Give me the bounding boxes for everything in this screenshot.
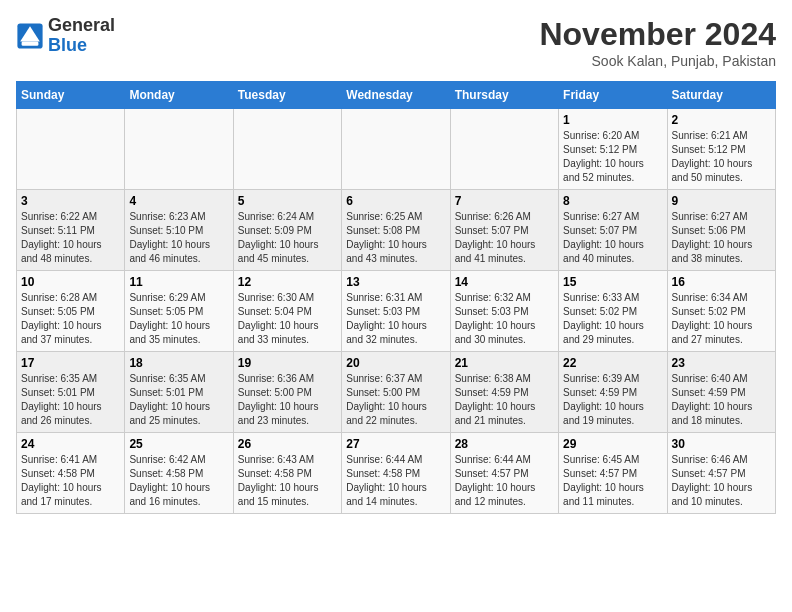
calendar-cell: 13Sunrise: 6:31 AMSunset: 5:03 PMDayligh…	[342, 271, 450, 352]
calendar-cell: 14Sunrise: 6:32 AMSunset: 5:03 PMDayligh…	[450, 271, 558, 352]
day-number: 2	[672, 113, 771, 127]
calendar-cell: 17Sunrise: 6:35 AMSunset: 5:01 PMDayligh…	[17, 352, 125, 433]
day-info: Sunrise: 6:34 AMSunset: 5:02 PMDaylight:…	[672, 291, 771, 347]
calendar-cell: 6Sunrise: 6:25 AMSunset: 5:08 PMDaylight…	[342, 190, 450, 271]
logo-icon	[16, 22, 44, 50]
col-saturday: Saturday	[667, 82, 775, 109]
logo-text: General Blue	[48, 16, 115, 56]
day-number: 22	[563, 356, 662, 370]
day-number: 18	[129, 356, 228, 370]
day-number: 11	[129, 275, 228, 289]
logo-general: General	[48, 15, 115, 35]
calendar-cell: 23Sunrise: 6:40 AMSunset: 4:59 PMDayligh…	[667, 352, 775, 433]
day-number: 14	[455, 275, 554, 289]
calendar-cell: 16Sunrise: 6:34 AMSunset: 5:02 PMDayligh…	[667, 271, 775, 352]
day-info: Sunrise: 6:33 AMSunset: 5:02 PMDaylight:…	[563, 291, 662, 347]
col-wednesday: Wednesday	[342, 82, 450, 109]
day-info: Sunrise: 6:21 AMSunset: 5:12 PMDaylight:…	[672, 129, 771, 185]
calendar-table: Sunday Monday Tuesday Wednesday Thursday…	[16, 81, 776, 514]
day-info: Sunrise: 6:42 AMSunset: 4:58 PMDaylight:…	[129, 453, 228, 509]
day-number: 6	[346, 194, 445, 208]
calendar-cell: 24Sunrise: 6:41 AMSunset: 4:58 PMDayligh…	[17, 433, 125, 514]
calendar-cell: 3Sunrise: 6:22 AMSunset: 5:11 PMDaylight…	[17, 190, 125, 271]
day-info: Sunrise: 6:45 AMSunset: 4:57 PMDaylight:…	[563, 453, 662, 509]
calendar-cell	[233, 109, 341, 190]
logo: General Blue	[16, 16, 115, 56]
day-info: Sunrise: 6:44 AMSunset: 4:58 PMDaylight:…	[346, 453, 445, 509]
calendar-cell: 29Sunrise: 6:45 AMSunset: 4:57 PMDayligh…	[559, 433, 667, 514]
calendar-cell: 19Sunrise: 6:36 AMSunset: 5:00 PMDayligh…	[233, 352, 341, 433]
day-number: 23	[672, 356, 771, 370]
day-number: 26	[238, 437, 337, 451]
header: General Blue November 2024 Sook Kalan, P…	[16, 16, 776, 69]
calendar-week-1: 1Sunrise: 6:20 AMSunset: 5:12 PMDaylight…	[17, 109, 776, 190]
calendar-week-5: 24Sunrise: 6:41 AMSunset: 4:58 PMDayligh…	[17, 433, 776, 514]
calendar-cell: 1Sunrise: 6:20 AMSunset: 5:12 PMDaylight…	[559, 109, 667, 190]
day-number: 27	[346, 437, 445, 451]
day-number: 1	[563, 113, 662, 127]
day-number: 20	[346, 356, 445, 370]
day-number: 15	[563, 275, 662, 289]
calendar-week-4: 17Sunrise: 6:35 AMSunset: 5:01 PMDayligh…	[17, 352, 776, 433]
calendar-cell: 4Sunrise: 6:23 AMSunset: 5:10 PMDaylight…	[125, 190, 233, 271]
col-thursday: Thursday	[450, 82, 558, 109]
calendar-cell: 30Sunrise: 6:46 AMSunset: 4:57 PMDayligh…	[667, 433, 775, 514]
day-number: 8	[563, 194, 662, 208]
day-info: Sunrise: 6:27 AMSunset: 5:07 PMDaylight:…	[563, 210, 662, 266]
calendar-cell: 25Sunrise: 6:42 AMSunset: 4:58 PMDayligh…	[125, 433, 233, 514]
day-info: Sunrise: 6:43 AMSunset: 4:58 PMDaylight:…	[238, 453, 337, 509]
day-info: Sunrise: 6:29 AMSunset: 5:05 PMDaylight:…	[129, 291, 228, 347]
col-sunday: Sunday	[17, 82, 125, 109]
day-info: Sunrise: 6:20 AMSunset: 5:12 PMDaylight:…	[563, 129, 662, 185]
day-info: Sunrise: 6:25 AMSunset: 5:08 PMDaylight:…	[346, 210, 445, 266]
calendar-cell: 5Sunrise: 6:24 AMSunset: 5:09 PMDaylight…	[233, 190, 341, 271]
day-number: 25	[129, 437, 228, 451]
day-info: Sunrise: 6:23 AMSunset: 5:10 PMDaylight:…	[129, 210, 228, 266]
calendar-cell: 21Sunrise: 6:38 AMSunset: 4:59 PMDayligh…	[450, 352, 558, 433]
day-number: 24	[21, 437, 120, 451]
day-info: Sunrise: 6:46 AMSunset: 4:57 PMDaylight:…	[672, 453, 771, 509]
day-info: Sunrise: 6:24 AMSunset: 5:09 PMDaylight:…	[238, 210, 337, 266]
calendar-cell	[125, 109, 233, 190]
day-number: 7	[455, 194, 554, 208]
calendar-cell	[342, 109, 450, 190]
day-info: Sunrise: 6:35 AMSunset: 5:01 PMDaylight:…	[21, 372, 120, 428]
month-title: November 2024	[539, 16, 776, 53]
day-number: 17	[21, 356, 120, 370]
calendar-week-2: 3Sunrise: 6:22 AMSunset: 5:11 PMDaylight…	[17, 190, 776, 271]
day-info: Sunrise: 6:22 AMSunset: 5:11 PMDaylight:…	[21, 210, 120, 266]
day-info: Sunrise: 6:26 AMSunset: 5:07 PMDaylight:…	[455, 210, 554, 266]
header-row: Sunday Monday Tuesday Wednesday Thursday…	[17, 82, 776, 109]
day-info: Sunrise: 6:31 AMSunset: 5:03 PMDaylight:…	[346, 291, 445, 347]
day-number: 4	[129, 194, 228, 208]
day-number: 3	[21, 194, 120, 208]
calendar-cell: 2Sunrise: 6:21 AMSunset: 5:12 PMDaylight…	[667, 109, 775, 190]
calendar-cell: 20Sunrise: 6:37 AMSunset: 5:00 PMDayligh…	[342, 352, 450, 433]
day-info: Sunrise: 6:30 AMSunset: 5:04 PMDaylight:…	[238, 291, 337, 347]
day-number: 30	[672, 437, 771, 451]
day-number: 16	[672, 275, 771, 289]
day-number: 9	[672, 194, 771, 208]
calendar-cell: 10Sunrise: 6:28 AMSunset: 5:05 PMDayligh…	[17, 271, 125, 352]
calendar-cell: 18Sunrise: 6:35 AMSunset: 5:01 PMDayligh…	[125, 352, 233, 433]
day-info: Sunrise: 6:40 AMSunset: 4:59 PMDaylight:…	[672, 372, 771, 428]
day-number: 21	[455, 356, 554, 370]
col-tuesday: Tuesday	[233, 82, 341, 109]
logo-blue: Blue	[48, 35, 87, 55]
day-number: 13	[346, 275, 445, 289]
day-number: 29	[563, 437, 662, 451]
calendar-cell	[450, 109, 558, 190]
day-info: Sunrise: 6:38 AMSunset: 4:59 PMDaylight:…	[455, 372, 554, 428]
calendar-cell	[17, 109, 125, 190]
day-number: 19	[238, 356, 337, 370]
day-number: 12	[238, 275, 337, 289]
calendar-cell: 26Sunrise: 6:43 AMSunset: 4:58 PMDayligh…	[233, 433, 341, 514]
day-info: Sunrise: 6:44 AMSunset: 4:57 PMDaylight:…	[455, 453, 554, 509]
calendar-cell: 8Sunrise: 6:27 AMSunset: 5:07 PMDaylight…	[559, 190, 667, 271]
day-info: Sunrise: 6:36 AMSunset: 5:00 PMDaylight:…	[238, 372, 337, 428]
day-info: Sunrise: 6:28 AMSunset: 5:05 PMDaylight:…	[21, 291, 120, 347]
day-number: 28	[455, 437, 554, 451]
col-friday: Friday	[559, 82, 667, 109]
day-number: 10	[21, 275, 120, 289]
day-info: Sunrise: 6:37 AMSunset: 5:00 PMDaylight:…	[346, 372, 445, 428]
